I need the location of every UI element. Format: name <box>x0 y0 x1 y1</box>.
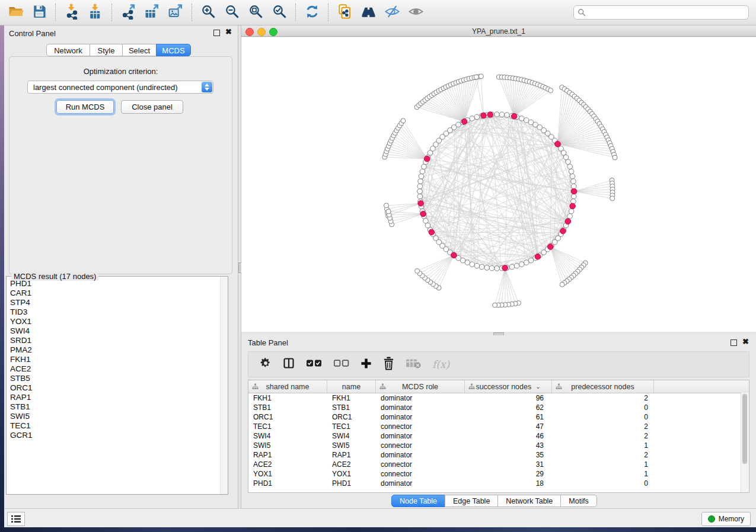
search-input[interactable] <box>586 7 748 18</box>
table-row[interactable]: TEC1TEC1connector472 <box>248 422 749 431</box>
table-cell: PHD1 <box>327 479 376 488</box>
tab-network[interactable]: Network <box>46 44 90 56</box>
memory-button[interactable]: Memory <box>701 512 751 526</box>
main-toolbar <box>0 0 756 25</box>
memory-label: Memory <box>719 515 744 523</box>
delete-columns-button[interactable] <box>383 357 394 373</box>
export-table-button[interactable] <box>140 2 164 23</box>
table-row[interactable]: PHD1PHD1dominator180 <box>248 479 749 488</box>
network-window-titlebar[interactable]: YPA_prune.txt_1 <box>241 25 756 37</box>
select-all-rows-icon <box>306 358 322 370</box>
save-session-button[interactable] <box>27 2 51 23</box>
mcds-result-item: TID3 <box>7 307 220 317</box>
mcds-result-item: PMA2 <box>7 345 220 355</box>
close-panel-icon[interactable]: ✖ <box>742 338 749 346</box>
float-window-icon[interactable] <box>731 339 737 346</box>
mcds-result-item: RAP1 <box>7 393 220 402</box>
tab-mcds[interactable]: MCDS <box>156 44 191 56</box>
hide-graphics-details-button[interactable] <box>380 2 404 23</box>
open-session-button[interactable] <box>4 2 27 23</box>
import-network-from-file-button[interactable] <box>60 2 84 23</box>
show-graphics-details-button[interactable] <box>404 2 428 23</box>
first-neighbors-icon <box>361 4 377 22</box>
table-row[interactable]: SWI5SWI5connector431 <box>248 441 749 450</box>
search-icon <box>578 8 586 17</box>
column-label: shared name <box>266 383 310 391</box>
network-graph <box>241 37 756 332</box>
table-cell: 96 <box>465 394 552 402</box>
network-window-title: YPA_prune.txt_1 <box>241 27 756 36</box>
column-header-name[interactable]: name <box>327 380 376 393</box>
import-table-from-file-icon <box>88 4 104 22</box>
mcds-result-item: GCR1 <box>7 431 220 440</box>
fit-selected-button[interactable] <box>267 2 291 23</box>
task-history-button[interactable] <box>7 512 25 526</box>
refresh-view-button[interactable] <box>300 2 324 23</box>
create-column-button[interactable] <box>361 358 372 371</box>
tab-motifs[interactable]: Motifs <box>560 495 596 507</box>
fit-content-button[interactable] <box>244 2 267 23</box>
table-cell: 0 <box>552 403 654 412</box>
table-cell: TEC1 <box>327 422 376 431</box>
deselect-all-rows-button[interactable] <box>333 358 349 370</box>
select-all-rows-button[interactable] <box>306 358 322 370</box>
table-row[interactable]: SWI4SWI4dominator462 <box>248 431 749 441</box>
table-row[interactable]: FKH1FKH1dominator962 <box>248 393 749 403</box>
column-header-shared-name[interactable]: shared name <box>248 380 327 393</box>
table-row[interactable]: RAP1RAP1dominator352 <box>248 450 749 460</box>
table-cell: SWI4 <box>327 432 376 440</box>
table-row[interactable]: ORC1ORC1dominator610 <box>248 412 749 422</box>
column-header-successor-nodes[interactable]: successor nodes⌄ <box>465 380 552 393</box>
show-columns-button[interactable] <box>283 357 295 371</box>
mcds-result-item: CAR1 <box>7 289 220 298</box>
table-cell: dominator <box>376 394 465 402</box>
dropdown-stepper-icon <box>202 82 212 92</box>
desktop-wallpaper-bottom <box>0 527 756 532</box>
float-window-icon[interactable] <box>213 30 220 36</box>
tab-network-table[interactable]: Network Table <box>497 495 561 507</box>
criterion-dropdown[interactable]: largest connected component (undirected) <box>27 81 213 94</box>
table-cell: dominator <box>376 413 465 421</box>
table-cell: 35 <box>465 451 552 459</box>
tab-style[interactable]: Style <box>90 44 123 56</box>
zoom-out-button[interactable] <box>220 2 244 23</box>
run-mcds-button[interactable]: Run MCDS <box>56 100 114 114</box>
function-builder-button[interactable]: f(x) <box>432 358 449 370</box>
tab-node-table[interactable]: Node Table <box>391 495 445 507</box>
clone-network-button[interactable] <box>333 2 356 23</box>
table-cell: 43 <box>465 441 552 450</box>
table-cell: 18 <box>465 479 552 488</box>
table-toolbar: f(x) <box>248 351 749 377</box>
export-image-button[interactable] <box>164 2 187 23</box>
zoom-in-button[interactable] <box>196 2 220 23</box>
table-cell: 2 <box>552 432 654 440</box>
create-column-icon <box>361 358 372 371</box>
scrollbar-thumb[interactable] <box>742 394 747 464</box>
first-neighbors-button[interactable] <box>356 2 380 23</box>
table-cell: RAP1 <box>327 451 376 459</box>
tab-edge-table[interactable]: Edge Table <box>445 495 498 507</box>
close-panel-icon[interactable]: ✖ <box>225 28 232 36</box>
mcds-result-item: YOX1 <box>7 317 220 326</box>
table-cell: 2 <box>552 394 654 402</box>
import-table-from-file-button[interactable] <box>84 2 107 23</box>
table-cell: STB1 <box>327 403 376 412</box>
task-list-icon <box>11 515 21 523</box>
mcds-result-scrollbar[interactable] <box>220 277 228 494</box>
column-header-predecessor-nodes[interactable]: predecessor nodes <box>552 380 654 393</box>
table-row[interactable]: ACE2ACE2connector311 <box>248 460 749 469</box>
table-options-button[interactable] <box>260 357 272 371</box>
close-panel-button[interactable]: Close panel <box>121 100 183 114</box>
table-cell: SWI5 <box>248 441 327 450</box>
column-header-MCDS-role[interactable]: MCDS role <box>376 380 465 393</box>
tab-select[interactable]: Select <box>122 44 157 56</box>
export-network-button[interactable] <box>116 2 140 23</box>
network-canvas[interactable] <box>241 37 756 332</box>
table-cell: ORC1 <box>248 413 327 421</box>
search-box[interactable] <box>573 5 749 20</box>
table-row[interactable]: YOX1YOX1connector291 <box>248 469 749 479</box>
table-row[interactable]: STB1STB1dominator620 <box>248 403 749 412</box>
deselect-all-rows-icon <box>333 358 349 370</box>
table-cell: dominator <box>376 432 465 440</box>
table-scrollbar[interactable] <box>741 393 749 492</box>
